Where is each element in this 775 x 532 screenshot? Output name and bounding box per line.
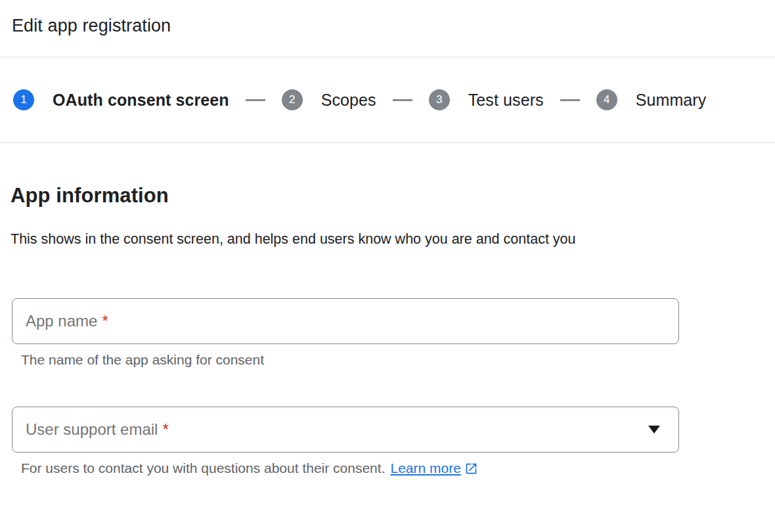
user-support-email-label: User support email — [26, 420, 158, 438]
wizard-stepper: 1 OAuth consent screen 2 Scopes 3 Test u… — [0, 58, 775, 143]
step-summary[interactable]: 4 Summary — [596, 89, 707, 110]
step-number-badge: 4 — [596, 89, 617, 110]
step-label: Scopes — [321, 91, 376, 110]
dropdown-arrow-icon[interactable] — [648, 426, 660, 433]
step-separator — [246, 99, 265, 101]
step-scopes[interactable]: 2 Scopes — [282, 89, 376, 110]
step-label: OAuth consent screen — [53, 91, 229, 110]
user-support-email-helper: For users to contact you with questions … — [21, 460, 759, 477]
step-test-users[interactable]: 3 Test users — [429, 89, 544, 110]
required-asterisk: * — [102, 312, 108, 330]
section-heading: App information — [11, 184, 759, 208]
page-header: Edit app registration — [0, 0, 775, 58]
section-description: This shows in the consent screen, and he… — [11, 226, 588, 252]
helper-label: For users to contact you with questions … — [21, 460, 385, 477]
step-label: Test users — [468, 91, 544, 110]
step-oauth-consent-screen[interactable]: 1 OAuth consent screen — [13, 89, 229, 110]
app-name-helper: The name of the app asking for consent — [21, 351, 759, 368]
step-label: Summary — [636, 91, 707, 110]
open-in-new-icon[interactable] — [464, 462, 478, 476]
app-name-label: App name — [26, 312, 97, 330]
learn-more-link[interactable]: Learn more — [390, 460, 460, 477]
app-name-input[interactable]: App name* — [12, 298, 679, 344]
required-asterisk: * — [162, 420, 168, 438]
step-separator — [393, 99, 412, 101]
page-title: Edit app registration — [12, 14, 759, 37]
step-number-badge: 2 — [282, 89, 303, 110]
helper-label: The name of the app asking for consent — [21, 351, 264, 368]
step-number-badge: 3 — [429, 89, 450, 110]
form-content: App information This shows in the consen… — [0, 184, 775, 477]
step-number-badge: 1 — [13, 89, 34, 110]
step-separator — [560, 99, 580, 101]
user-support-email-dropdown[interactable]: User support email* — [12, 407, 679, 453]
